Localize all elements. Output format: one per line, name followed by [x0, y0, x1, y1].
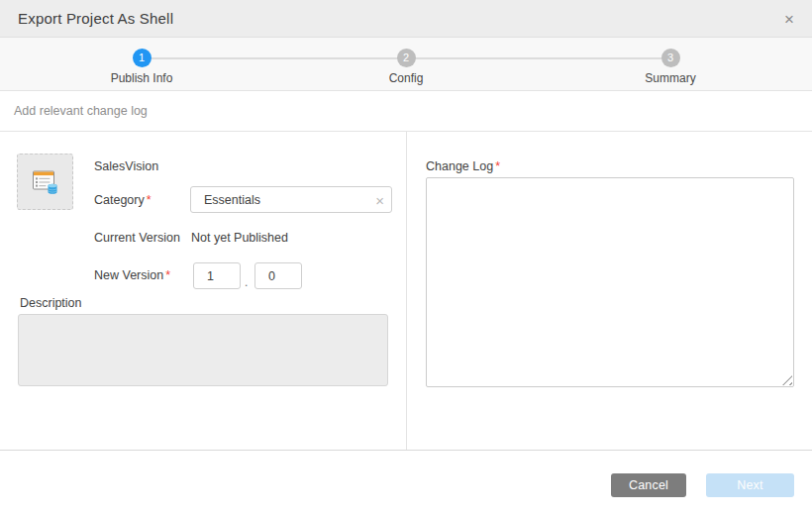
project-name: SalesVision: [94, 159, 158, 173]
wizard-stepper: 1 Publish Info 2 Config 3 Summary: [0, 38, 812, 91]
version-minor-input[interactable]: [254, 262, 302, 289]
step-publish-info[interactable]: 1 Publish Info: [82, 49, 201, 85]
description-label: Description: [20, 296, 82, 310]
export-project-dialog: Export Project As Shell × 1 Publish Info…: [0, 0, 812, 516]
step-number-badge: 1: [133, 49, 152, 67]
current-version-label: Current Version: [94, 231, 180, 245]
step-summary[interactable]: 3 Summary: [611, 49, 730, 85]
category-label: Category*: [94, 193, 152, 207]
category-field-wrap: ×: [190, 186, 392, 213]
dialog-footer: Cancel Next: [0, 451, 812, 516]
hint-text: Add relevant change log: [14, 104, 148, 118]
step-config[interactable]: 2 Config: [347, 49, 465, 85]
close-icon[interactable]: ×: [778, 8, 800, 29]
step-label: Config: [347, 71, 465, 85]
change-log-field-wrap: [426, 177, 794, 387]
hint-bar: Add relevant change log: [0, 91, 812, 132]
cancel-button[interactable]: Cancel: [611, 473, 686, 497]
project-shell-icon: [31, 168, 60, 196]
step-label: Summary: [611, 71, 730, 85]
step-label: Publish Info: [82, 71, 201, 85]
clear-icon[interactable]: ×: [375, 192, 384, 207]
category-input[interactable]: [190, 186, 392, 213]
description-textarea: [18, 314, 388, 386]
dialog-title: Export Project As Shell: [18, 10, 173, 27]
vertical-divider: [406, 132, 407, 450]
required-asterisk: *: [147, 193, 152, 207]
next-button[interactable]: Next: [706, 473, 794, 497]
change-log-textarea[interactable]: [426, 177, 794, 387]
change-log-label: Change Log*: [426, 159, 500, 173]
new-version-label: New Version*: [94, 268, 170, 282]
project-thumbnail: [17, 154, 73, 210]
version-major-input[interactable]: [193, 262, 241, 289]
required-asterisk: *: [495, 159, 500, 173]
current-version-value: Not yet Published: [191, 231, 288, 245]
step-number-badge: 2: [397, 49, 416, 67]
dialog-titlebar: Export Project As Shell ×: [0, 0, 812, 38]
dialog-body: SalesVision Category* × Current Version …: [0, 132, 812, 451]
step-number-badge: 3: [661, 49, 680, 67]
required-asterisk: *: [165, 268, 170, 282]
version-separator: .: [245, 275, 248, 289]
